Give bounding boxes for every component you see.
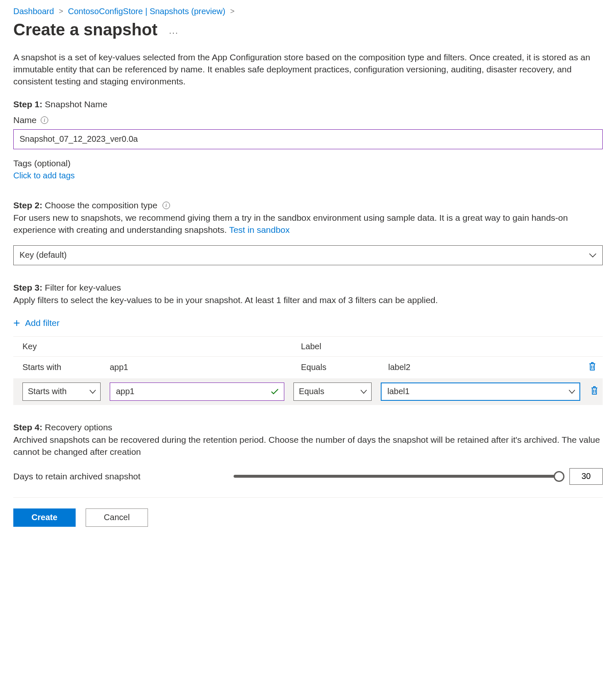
filter-label-value-input[interactable] — [387, 386, 569, 397]
step2-label: Step 2: Choose the composition type i — [13, 200, 603, 210]
filter-table: Key Label Starts with app1 Equals label2 — [13, 336, 603, 405]
delete-filter-button[interactable] — [590, 386, 599, 395]
step2-description: For users new to snapshots, we recommend… — [13, 212, 603, 236]
breadcrumb-dashboard[interactable]: Dashboard — [13, 7, 54, 16]
filter-label-op-select[interactable]: Equals — [293, 382, 372, 401]
retention-slider[interactable] — [234, 470, 564, 483]
snapshot-name-input[interactable] — [13, 129, 603, 149]
breadcrumb-store[interactable]: ContosoConfigStore | Snapshots (preview) — [68, 7, 225, 16]
step1-label: Step 1: Snapshot Name — [13, 99, 603, 109]
chevron-right-icon: > — [59, 7, 63, 15]
add-filter-button[interactable]: + Add filter — [13, 317, 59, 329]
name-label: Name — [13, 115, 37, 125]
step4-label: Step 4: Recovery options — [13, 422, 603, 432]
step3-label: Step 3: Filter for key-values — [13, 283, 603, 293]
column-label: Label — [301, 342, 388, 351]
filter-key-op: Starts with — [22, 363, 110, 372]
filter-key-value-input-wrap — [110, 382, 284, 401]
chevron-down-icon — [589, 253, 596, 258]
retention-label: Days to retain archived snapshot — [13, 471, 234, 481]
check-icon — [271, 388, 279, 395]
info-icon[interactable]: i — [41, 116, 48, 124]
info-icon[interactable]: i — [163, 202, 170, 209]
filter-row: Starts with app1 Equals label2 — [13, 357, 603, 378]
filter-label-value: label2 — [388, 363, 582, 372]
filter-key-value-input[interactable] — [115, 386, 271, 397]
more-button[interactable]: ··· — [169, 28, 179, 37]
step4-description: Archived snapshots can be recovered duri… — [13, 434, 603, 458]
filter-key-value: app1 — [110, 363, 301, 372]
add-tags-link[interactable]: Click to add tags — [13, 171, 75, 180]
chevron-down-icon — [360, 390, 367, 394]
filter-label-op: Equals — [301, 363, 388, 372]
test-sandbox-link[interactable]: Test in sandbox — [229, 225, 290, 234]
breadcrumb: Dashboard > ContosoConfigStore | Snapsho… — [13, 4, 603, 16]
retention-value-input[interactable] — [569, 468, 603, 485]
page-title: Create a snapshot — [13, 20, 158, 39]
delete-filter-button[interactable] — [588, 362, 596, 371]
filter-row-editing: Starts with Equals — [13, 378, 603, 405]
column-key: Key — [22, 342, 110, 351]
step3-description: Apply filters to select the key-values t… — [13, 294, 603, 306]
cancel-button[interactable]: Cancel — [86, 508, 148, 527]
chevron-down-icon — [89, 390, 96, 394]
filter-key-op-select[interactable]: Starts with — [22, 382, 101, 401]
tags-label: Tags (optional) — [13, 158, 603, 168]
composition-type-select[interactable]: Key (default) — [13, 245, 603, 265]
create-button[interactable]: Create — [13, 508, 76, 527]
chevron-down-icon — [569, 390, 575, 394]
slider-thumb[interactable] — [554, 471, 564, 482]
chevron-right-icon: > — [230, 7, 235, 15]
footer: Create Cancel — [13, 497, 603, 527]
plus-icon: + — [13, 317, 20, 329]
page-description: A snapshot is a set of key-values select… — [13, 52, 603, 88]
filter-label-value-combo[interactable] — [381, 382, 580, 401]
